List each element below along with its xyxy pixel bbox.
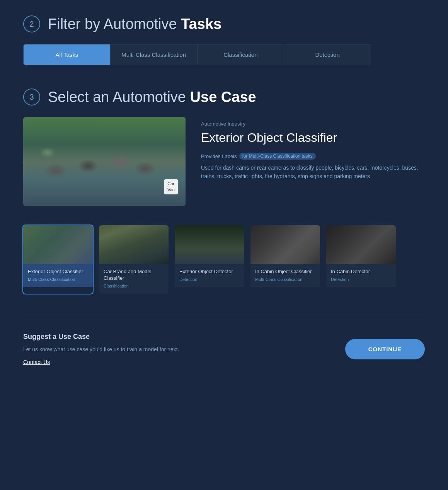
contact-us-link[interactable]: Contact Us: [23, 359, 50, 365]
card-name-0: Exterior Object Classifier: [28, 269, 88, 275]
suggest-desc: Let us know what use case you'd like us …: [23, 346, 179, 352]
suggest-section: Suggest a Use Case Let us know what use …: [23, 317, 425, 366]
card-name-2: Exterior Object Detector: [179, 269, 240, 275]
card-info-3: In Cabin Object Classifier Multi-Class C…: [250, 264, 320, 287]
card-name-3: In Cabin Object Classifier: [255, 269, 315, 275]
step2-header: 2 Filter by Automotive Tasks: [23, 15, 425, 32]
featured-info: Automotive Industry Exterior Object Clas…: [201, 117, 425, 181]
card-name-4: In Cabin Detector: [331, 269, 391, 275]
card-img-bg-0: [23, 225, 93, 264]
card-car-brand-model[interactable]: Car Brand and Model Classifier Classific…: [99, 225, 169, 294]
card-img-bg-1: [99, 225, 169, 264]
featured-card: Car Van Automotive Industry Exterior Obj…: [23, 117, 425, 206]
card-info-0: Exterior Object Classifier Multi-Class C…: [23, 264, 93, 287]
card-tag-3: Multi-Class Classification: [255, 277, 315, 282]
step3-title: Select an Automotive Use Case: [48, 89, 256, 105]
provides-label: Provides Labels for Multi-Class Classifi…: [201, 153, 425, 160]
featured-image: Car Van: [23, 117, 186, 206]
step3-badge: 3: [23, 88, 40, 105]
card-tag-1: Classification: [104, 284, 164, 288]
tab-multiclass[interactable]: Multi-Class Classification: [111, 44, 198, 65]
card-image-0: [23, 225, 93, 264]
card-in-cabin-detector[interactable]: In Cabin Detector Detection: [326, 225, 396, 294]
step3-header: 3 Select an Automotive Use Case: [23, 88, 425, 105]
card-tag-4: Detection: [331, 277, 391, 282]
card-img-bg-4: [326, 225, 396, 264]
card-img-bg-3: [250, 225, 320, 264]
card-info-4: In Cabin Detector Detection: [326, 264, 396, 287]
featured-desc: Used for dash cams or rear cameras to cl…: [201, 163, 425, 181]
card-exterior-object-detector[interactable]: Exterior Object Detector Detection: [175, 225, 244, 294]
card-info-1: Car Brand and Model Classifier Classific…: [99, 264, 169, 294]
card-image-4: [326, 225, 396, 264]
tab-detection[interactable]: Detection: [284, 44, 371, 65]
tab-classification[interactable]: Classification: [198, 44, 284, 65]
continue-button[interactable]: CONTINUE: [345, 339, 425, 359]
step2-badge: 2: [23, 15, 40, 32]
image-label-overlay: Car Van: [164, 179, 178, 194]
tab-all-tasks[interactable]: All Tasks: [24, 44, 111, 65]
card-exterior-object-classifier[interactable]: Exterior Object Classifier Multi-Class C…: [23, 225, 93, 294]
featured-image-bg: Car Van: [23, 117, 186, 206]
use-cases-grid: Exterior Object Classifier Multi-Class C…: [23, 225, 425, 294]
card-tag-0: Multi-Class Classification: [28, 277, 88, 282]
card-image-1: [99, 225, 169, 264]
card-info-2: Exterior Object Detector Detection: [175, 264, 244, 287]
card-img-bg-2: [175, 225, 244, 264]
step2-title: Filter by Automotive Tasks: [48, 16, 221, 32]
provides-tag: for Multi-Class Classification tasks: [239, 153, 316, 160]
filter-tabs: All Tasks Multi-Class Classification Cla…: [23, 44, 371, 65]
card-image-2: [175, 225, 244, 264]
suggest-title: Suggest a Use Case: [23, 333, 179, 341]
featured-title: Exterior Object Classifier: [201, 131, 425, 145]
card-tag-2: Detection: [179, 277, 240, 282]
card-in-cabin-object-classifier[interactable]: In Cabin Object Classifier Multi-Class C…: [250, 225, 320, 294]
card-name-1: Car Brand and Model Classifier: [104, 269, 164, 282]
card-image-3: [250, 225, 320, 264]
suggest-left: Suggest a Use Case Let us know what use …: [23, 333, 179, 366]
industry-label: Automotive Industry: [201, 121, 425, 127]
